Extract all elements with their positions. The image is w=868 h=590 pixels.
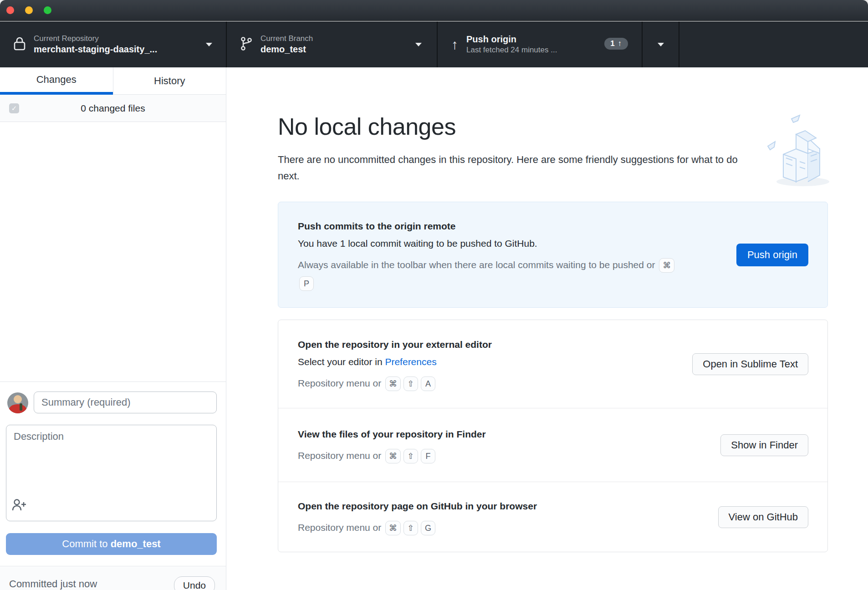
- undo-button[interactable]: Undo: [174, 576, 215, 590]
- zoom-window-button[interactable]: [44, 6, 51, 14]
- chevron-down-icon: [206, 43, 212, 46]
- tab-changes[interactable]: Changes: [0, 67, 113, 95]
- a-key: A: [421, 376, 435, 391]
- open-editor-hint: Repository menu or ⌘⇧A: [298, 374, 492, 392]
- shift-key: ⇧: [403, 521, 418, 535]
- sidebar: Changes History ✓ 0 changed files: [0, 67, 226, 590]
- chevron-down-icon: [658, 43, 664, 46]
- open-editor-line: Select your editor in Preferences: [298, 353, 492, 371]
- suggestions-card: Open the repository in your external edi…: [278, 320, 828, 552]
- show-in-finder-row: View the files of your repository in Fin…: [278, 408, 827, 482]
- app-window: Current Repository merchant-staging-daas…: [0, 0, 868, 590]
- page-subtitle: There are no uncommitted changes in this…: [278, 152, 751, 184]
- push-origin-subtitle: Last fetched 24 minutes ...: [466, 45, 557, 55]
- sidebar-tabs: Changes History: [0, 67, 226, 95]
- push-commits-card: Push commits to the origin remote You ha…: [278, 202, 828, 308]
- cmd-key: ⌘: [385, 449, 401, 463]
- toolbar-divider: [679, 21, 679, 67]
- page-title: No local changes: [278, 113, 456, 140]
- view-on-github-button[interactable]: View on GitHub: [718, 506, 808, 528]
- current-branch-button[interactable]: Current Branch demo_test: [227, 21, 437, 67]
- view-on-github-row: Open the repository page on GitHub in yo…: [278, 482, 827, 552]
- toolbar: Current Repository merchant-staging-daas…: [0, 21, 868, 67]
- github-row-title: Open the repository page on GitHub in yo…: [298, 498, 537, 515]
- push-options-dropdown[interactable]: [643, 21, 679, 67]
- show-in-finder-button[interactable]: Show in Finder: [720, 434, 808, 456]
- github-row-hint: Repository menu or ⌘⇧G: [298, 519, 537, 537]
- repository-name: merchant-staging-daasity_...: [34, 44, 157, 55]
- commit-status-text: Committed just now: [9, 578, 97, 590]
- push-card-line: You have 1 local commit waiting to be pu…: [298, 235, 685, 252]
- push-card-hint-text: Always available in the toolbar when the…: [298, 259, 655, 270]
- add-coauthor-icon[interactable]: [12, 498, 27, 513]
- cmd-key: ⌘: [659, 258, 674, 273]
- changed-files-count: 0 changed files: [0, 103, 226, 114]
- open-editor-title: Open the repository in your external edi…: [298, 336, 492, 353]
- editor-hint-text: Repository menu or: [298, 378, 381, 388]
- f-key: F: [421, 449, 435, 463]
- g-key: G: [421, 521, 435, 535]
- editor-line-text: Select your editor in: [298, 356, 385, 367]
- cmd-key: ⌘: [385, 521, 401, 535]
- commit-form: Commit to demo_test Committed just now C…: [0, 381, 226, 590]
- minimize-window-button[interactable]: [25, 6, 33, 14]
- push-card-title: Push commits to the origin remote: [298, 218, 685, 235]
- finder-hint-text: Repository menu or: [298, 450, 381, 461]
- shift-key: ⇧: [403, 376, 418, 391]
- repository-label: Current Repository: [34, 34, 157, 43]
- tab-history[interactable]: History: [113, 67, 226, 95]
- github-hint-text: Repository menu or: [298, 522, 381, 533]
- push-origin-button[interactable]: Push origin: [736, 244, 808, 266]
- lock-icon: [14, 37, 26, 52]
- close-window-button[interactable]: [6, 6, 14, 14]
- open-editor-row: Open the repository in your external edi…: [278, 320, 827, 408]
- push-origin-toolbar-button[interactable]: ↑ Push origin Last fetched 24 minutes ..…: [438, 21, 642, 67]
- finder-row-title: View the files of your repository in Fin…: [298, 426, 486, 443]
- shift-key: ⇧: [403, 449, 418, 463]
- branch-name: demo_test: [260, 44, 313, 55]
- push-card-hint: Always available in the toolbar when the…: [298, 256, 685, 292]
- avatar: [7, 392, 28, 413]
- changed-files-row: ✓ 0 changed files: [0, 95, 226, 122]
- current-repository-button[interactable]: Current Repository merchant-staging-daas…: [0, 21, 226, 67]
- titlebar: [0, 0, 868, 21]
- commit-button[interactable]: Commit to demo_test: [6, 533, 217, 555]
- main-content: No local changes There are no uncommitte…: [227, 67, 868, 590]
- commit-button-branch: demo_test: [111, 538, 161, 549]
- open-in-editor-button[interactable]: Open in Sublime Text: [692, 353, 808, 375]
- arrow-up-icon: ↑: [451, 37, 458, 52]
- finder-row-hint: Repository menu or ⌘⇧F: [298, 447, 486, 465]
- p-key: P: [299, 276, 314, 291]
- git-branch-icon: [240, 36, 252, 53]
- branch-label: Current Branch: [260, 34, 313, 43]
- description-input[interactable]: [6, 425, 217, 521]
- chevron-down-icon: [415, 43, 422, 46]
- push-origin-title: Push origin: [466, 34, 557, 45]
- ahead-count-badge: 1 ↑: [604, 38, 628, 50]
- last-commit-row: Committed just now Create demo_test.yml …: [0, 566, 226, 590]
- summary-input[interactable]: [34, 392, 217, 413]
- preferences-link[interactable]: Preferences: [385, 356, 436, 367]
- commit-button-prefix: Commit to: [62, 538, 110, 549]
- paper-stack-illustration: [760, 111, 832, 190]
- cmd-key: ⌘: [385, 376, 401, 391]
